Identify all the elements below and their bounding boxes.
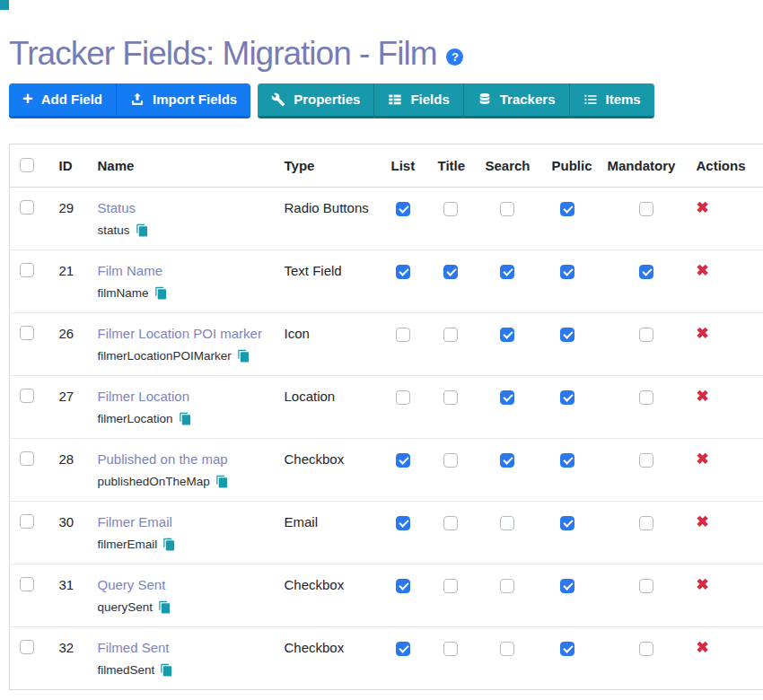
delete-field-button[interactable]: ✖ xyxy=(697,200,709,215)
flag-public-checkbox[interactable] xyxy=(560,453,574,468)
row-select-checkbox[interactable] xyxy=(20,200,34,214)
flag-public-checkbox[interactable] xyxy=(560,202,574,216)
add-field-label: Add Field xyxy=(41,92,102,107)
flag-public-checkbox[interactable] xyxy=(560,390,574,405)
flag-search-checkbox[interactable] xyxy=(500,265,514,279)
copy-icon[interactable] xyxy=(237,349,250,363)
toolbar: + Add Field Import Fields Properties Fie… xyxy=(9,83,763,118)
add-field-button[interactable]: + Add Field xyxy=(9,83,116,118)
flag-title-checkbox[interactable] xyxy=(443,265,458,279)
delete-field-button[interactable]: ✖ xyxy=(697,451,709,467)
field-perm-name: filmedSent xyxy=(98,663,155,677)
flag-title-checkbox[interactable] xyxy=(443,390,458,405)
nav-items-button[interactable]: Items xyxy=(569,83,654,118)
column-header-name: Name xyxy=(88,144,275,187)
flag-title-checkbox[interactable] xyxy=(443,516,458,530)
field-type: Text Field xyxy=(275,249,382,312)
upload-icon xyxy=(130,92,145,107)
table-row: 28 Published on the map publishedOnTheMa… xyxy=(10,438,763,501)
field-name-link[interactable]: Film Name xyxy=(98,263,163,278)
table-row: 29 Status status Radio Buttons ✖ xyxy=(10,187,763,249)
flag-title-checkbox[interactable] xyxy=(443,453,458,468)
flag-list-checkbox[interactable] xyxy=(396,579,410,593)
flag-mandatory-checkbox[interactable] xyxy=(639,453,653,468)
flag-search-checkbox[interactable] xyxy=(500,642,514,656)
field-name-link[interactable]: Filmer Location POI marker xyxy=(98,326,262,341)
flag-list-checkbox[interactable] xyxy=(396,328,410,342)
flag-list-checkbox[interactable] xyxy=(396,642,410,656)
field-type: Checkbox xyxy=(275,564,382,626)
row-select-checkbox[interactable] xyxy=(20,514,34,529)
flag-mandatory-checkbox[interactable] xyxy=(639,328,653,342)
delete-field-button[interactable]: ✖ xyxy=(697,389,709,404)
flag-search-checkbox[interactable] xyxy=(500,516,514,530)
copy-icon[interactable] xyxy=(162,538,176,551)
field-name-link[interactable]: Filmer Location xyxy=(98,389,190,404)
table-row: 21 Film Name filmName Text Field ✖ xyxy=(10,249,763,312)
table-row: 27 Filmer Location filmerLocation Locati… xyxy=(10,375,763,438)
field-name-link[interactable]: Published on the map xyxy=(98,451,228,467)
flag-search-checkbox[interactable] xyxy=(500,579,514,593)
row-select-checkbox[interactable] xyxy=(20,640,34,654)
flag-title-checkbox[interactable] xyxy=(443,642,458,656)
row-select-checkbox[interactable] xyxy=(20,263,34,277)
flag-public-checkbox[interactable] xyxy=(560,516,574,530)
flag-list-checkbox[interactable] xyxy=(396,265,410,279)
table-row: 31 Query Sent querySent Checkbox ✖ xyxy=(10,564,763,626)
column-header-id: ID xyxy=(49,144,88,187)
flag-title-checkbox[interactable] xyxy=(443,579,458,593)
flag-search-checkbox[interactable] xyxy=(500,328,514,342)
copy-icon[interactable] xyxy=(160,663,173,677)
field-id: 31 xyxy=(49,564,88,626)
field-name-link[interactable]: Filmer Email xyxy=(98,514,172,529)
flag-search-checkbox[interactable] xyxy=(500,202,514,216)
copy-icon[interactable] xyxy=(136,223,149,237)
flag-mandatory-checkbox[interactable] xyxy=(639,642,653,656)
field-name-link[interactable]: Query Sent xyxy=(98,577,166,592)
flag-list-checkbox[interactable] xyxy=(396,453,410,468)
flag-public-checkbox[interactable] xyxy=(560,642,574,656)
copy-icon[interactable] xyxy=(179,412,192,425)
flag-mandatory-checkbox[interactable] xyxy=(639,390,653,405)
flag-search-checkbox[interactable] xyxy=(500,390,514,405)
select-all-checkbox[interactable] xyxy=(20,158,34,172)
flag-mandatory-checkbox[interactable] xyxy=(639,579,653,593)
table-list-icon xyxy=(388,92,402,107)
flag-list-checkbox[interactable] xyxy=(396,390,410,405)
row-select-checkbox[interactable] xyxy=(20,451,34,466)
field-name-link[interactable]: Filmed Sent xyxy=(98,640,170,655)
flag-search-checkbox[interactable] xyxy=(500,453,514,468)
field-id: 27 xyxy=(49,375,88,438)
flag-list-checkbox[interactable] xyxy=(396,516,410,530)
copy-icon[interactable] xyxy=(158,600,171,614)
flag-public-checkbox[interactable] xyxy=(560,579,574,593)
flag-title-checkbox[interactable] xyxy=(443,202,458,216)
copy-icon[interactable] xyxy=(215,475,229,488)
flag-list-checkbox[interactable] xyxy=(396,202,410,216)
delete-field-button[interactable]: ✖ xyxy=(697,326,709,341)
row-select-checkbox[interactable] xyxy=(20,577,34,591)
field-id: 32 xyxy=(49,626,88,689)
delete-field-button[interactable]: ✖ xyxy=(697,640,709,655)
field-type: Icon xyxy=(275,312,382,375)
flag-public-checkbox[interactable] xyxy=(560,328,574,342)
help-icon[interactable]: ? xyxy=(446,48,463,66)
field-perm-name: filmName xyxy=(98,286,149,300)
copy-icon[interactable] xyxy=(154,286,168,300)
row-select-checkbox[interactable] xyxy=(20,326,34,340)
flag-title-checkbox[interactable] xyxy=(443,328,458,342)
flag-mandatory-checkbox[interactable] xyxy=(639,516,653,530)
delete-field-button[interactable]: ✖ xyxy=(697,577,709,592)
nav-fields-button[interactable]: Fields xyxy=(373,83,462,118)
import-fields-button[interactable]: Import Fields xyxy=(116,83,250,118)
delete-field-button[interactable]: ✖ xyxy=(697,514,709,529)
flag-mandatory-checkbox[interactable] xyxy=(639,265,653,279)
field-name-link[interactable]: Status xyxy=(98,200,136,215)
list-icon xyxy=(583,92,598,107)
flag-public-checkbox[interactable] xyxy=(560,265,574,279)
nav-properties-button[interactable]: Properties xyxy=(258,83,373,118)
delete-field-button[interactable]: ✖ xyxy=(697,263,709,278)
nav-trackers-button[interactable]: Trackers xyxy=(463,83,569,118)
flag-mandatory-checkbox[interactable] xyxy=(639,202,653,216)
row-select-checkbox[interactable] xyxy=(20,389,34,403)
